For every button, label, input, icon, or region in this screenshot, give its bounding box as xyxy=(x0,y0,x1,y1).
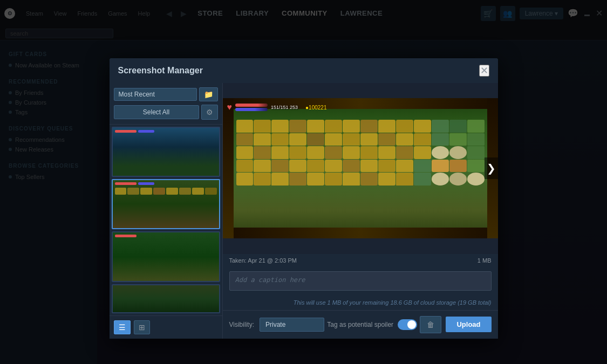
modal-overlay: Screenshot Manager ✕ Most Recent Oldest … xyxy=(0,0,607,364)
hud-health-bar xyxy=(235,104,268,107)
scene-border-left xyxy=(223,98,234,238)
toggle-knob xyxy=(407,320,416,329)
thumb-inner-4 xyxy=(113,285,219,312)
screenshot-filesize: 1 MB xyxy=(478,257,492,264)
spoiler-label: Tag as potential spoiler xyxy=(327,321,393,328)
preview-next-arrow[interactable]: ❯ xyxy=(485,157,498,179)
thumb-hud-3 xyxy=(115,235,217,237)
folder-button[interactable]: 📁 xyxy=(199,87,218,101)
cloud-storage-note: This will use 1 MB of your remaining 18.… xyxy=(223,297,498,310)
hud-bars xyxy=(235,104,268,111)
thumb-inner-1 xyxy=(113,128,219,176)
action-buttons: 🗑 Upload xyxy=(420,316,491,333)
screenshots-list xyxy=(110,125,222,315)
preview-metadata: Taken: Apr 21 @ 2:03 PM 1 MB xyxy=(223,254,498,267)
preview-image-area: ♥ 151/151 253 ●100221 xyxy=(223,83,498,254)
screenshots-panel: Most Recent Oldest First Alphabetical 📁 … xyxy=(110,83,223,339)
spoiler-toggle[interactable] xyxy=(398,319,417,330)
game-scene: ♥ 151/151 253 ●100221 xyxy=(223,98,498,238)
game-pattern-1 xyxy=(113,128,219,176)
screenshot-thumb-1[interactable] xyxy=(112,127,220,177)
thumb-entities-2 xyxy=(113,180,219,228)
thumb-hud-1 xyxy=(115,130,217,133)
dropdown-row: Most Recent Oldest First Alphabetical 📁 xyxy=(114,87,218,101)
modal-close-button[interactable]: ✕ xyxy=(479,65,489,77)
sort-dropdown[interactable]: Most Recent Oldest First Alphabetical xyxy=(114,88,197,101)
view-controls: ☰ ⊞ xyxy=(110,315,222,339)
modal-titlebar: Screenshot Manager ✕ xyxy=(110,58,498,83)
modal-body: Most Recent Oldest First Alphabetical 📁 … xyxy=(110,83,498,339)
spoiler-row: Tag as potential spoiler xyxy=(327,319,417,330)
scene-entity-grid xyxy=(236,120,485,225)
hud-mana-bar xyxy=(235,108,268,111)
health-bar-1 xyxy=(115,130,137,133)
screenshot-manager-modal: Screenshot Manager ✕ Most Recent Oldest … xyxy=(110,58,498,339)
modal-title: Screenshot Manager xyxy=(118,66,203,75)
screenshot-thumb-2[interactable] xyxy=(112,179,220,229)
visibility-dropdown[interactable]: Private Friends Only Public xyxy=(260,318,324,332)
hud-health-text: 151/151 253 xyxy=(271,105,298,110)
select-all-row: Select All ⚙ xyxy=(114,105,218,120)
preview-controls: Visibility: Private Friends Only Public … xyxy=(223,310,498,339)
health-bar-3 xyxy=(115,235,137,237)
caption-input[interactable] xyxy=(229,271,492,291)
grid-view-button[interactable]: ⊞ xyxy=(134,320,150,334)
preview-image: ♥ 151/151 253 ●100221 xyxy=(223,98,498,238)
hud-heart-icon: ♥ xyxy=(227,102,233,112)
visibility-row: Visibility: Private Friends Only Public xyxy=(229,318,324,332)
game-pattern-3 xyxy=(113,232,219,280)
game-pattern-4 xyxy=(113,285,219,312)
scene-border-bottom xyxy=(223,228,498,238)
screenshot-thumb-4[interactable] xyxy=(112,284,220,313)
delete-button[interactable]: 🗑 xyxy=(420,316,441,333)
visibility-label: Visibility: xyxy=(229,321,254,328)
screenshot-timestamp: Taken: Apr 21 @ 2:03 PM xyxy=(229,257,297,264)
upload-button[interactable]: Upload xyxy=(446,317,491,332)
preview-panel: ♥ 151/151 253 ●100221 xyxy=(223,83,498,339)
thumb-inner-2 xyxy=(113,180,219,228)
preview-hud: ♥ 151/151 253 ●100221 xyxy=(227,102,494,112)
mana-bar-1 xyxy=(138,130,154,133)
settings-button[interactable]: ⚙ xyxy=(201,105,218,120)
list-view-button[interactable]: ☰ xyxy=(114,320,131,334)
select-all-button[interactable]: Select All xyxy=(114,105,199,119)
caption-area xyxy=(223,267,498,297)
screenshots-toolbar: Most Recent Oldest First Alphabetical 📁 … xyxy=(110,83,222,125)
thumb-inner-3 xyxy=(113,232,219,280)
screenshot-thumb-3[interactable] xyxy=(112,231,220,281)
hud-coins: ●100221 xyxy=(305,105,326,111)
